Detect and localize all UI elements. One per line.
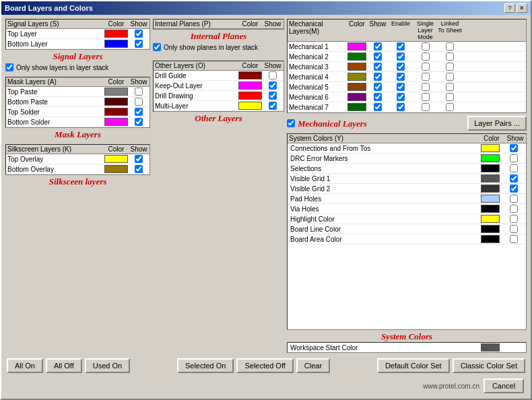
show-checkbox[interactable]: [374, 93, 382, 101]
show-checkbox[interactable]: [135, 30, 143, 38]
linked-checkbox[interactable]: [446, 53, 454, 61]
color-swatch[interactable]: [104, 40, 128, 48]
sys-show-header: Show: [506, 135, 525, 142]
linked-checkbox[interactable]: [446, 63, 454, 71]
color-swatch[interactable]: [481, 174, 500, 182]
color-swatch[interactable]: [481, 235, 500, 243]
signal-layers-table: Signal Layers (S) Color Show Top Layer B…: [5, 19, 150, 50]
show-checkbox[interactable]: [135, 98, 143, 106]
color-swatch[interactable]: [104, 165, 128, 173]
color-swatch[interactable]: [104, 118, 128, 126]
color-swatch[interactable]: [481, 195, 500, 203]
show-checkbox[interactable]: [510, 154, 518, 162]
enable-checkbox[interactable]: [397, 103, 405, 111]
enable-checkbox[interactable]: [397, 83, 405, 91]
color-swatch[interactable]: [238, 92, 262, 100]
used-on-button[interactable]: Used On: [85, 358, 130, 373]
show-checkbox[interactable]: [135, 88, 143, 96]
color-swatch[interactable]: [481, 154, 500, 162]
show-checkbox[interactable]: [269, 81, 277, 90]
enable-checkbox[interactable]: [397, 93, 405, 101]
show-checkbox[interactable]: [135, 155, 143, 163]
mech-show-checkbox[interactable]: [287, 119, 295, 127]
all-off-button[interactable]: All Off: [46, 358, 82, 373]
linked-checkbox[interactable]: [446, 83, 454, 91]
single-checkbox[interactable]: [422, 103, 430, 111]
show-checkbox[interactable]: [510, 174, 518, 182]
clear-button[interactable]: Clear: [296, 358, 330, 373]
show-checkbox[interactable]: [510, 144, 518, 152]
show-checkbox[interactable]: [269, 71, 277, 79]
color-swatch[interactable]: [347, 83, 366, 91]
color-swatch[interactable]: [238, 71, 262, 79]
show-checkbox[interactable]: [269, 92, 277, 100]
selected-on-button[interactable]: Selected On: [177, 358, 234, 373]
single-checkbox[interactable]: [422, 42, 430, 51]
show-checkbox[interactable]: [374, 83, 382, 91]
show-checkbox[interactable]: [135, 165, 143, 173]
color-swatch[interactable]: [347, 42, 366, 51]
enable-checkbox[interactable]: [397, 42, 405, 51]
color-swatch[interactable]: [347, 93, 366, 101]
only-show-planes-checkbox[interactable]: [153, 43, 161, 51]
show-checkbox[interactable]: [510, 205, 518, 213]
enable-checkbox[interactable]: [397, 63, 405, 71]
color-swatch[interactable]: [104, 108, 128, 116]
only-show-signal-checkbox[interactable]: [5, 63, 13, 71]
show-checkbox[interactable]: [374, 63, 382, 71]
show-checkbox[interactable]: [135, 40, 143, 48]
color-swatch[interactable]: [481, 215, 500, 223]
close-button[interactable]: ✕: [517, 3, 527, 13]
show-checkbox[interactable]: [374, 103, 382, 111]
single-checkbox[interactable]: [422, 63, 430, 71]
color-swatch[interactable]: [104, 98, 128, 106]
show-checkbox[interactable]: [510, 195, 518, 203]
single-checkbox[interactable]: [422, 73, 430, 81]
help-button[interactable]: ?: [504, 3, 515, 13]
color-swatch[interactable]: [347, 53, 366, 61]
linked-checkbox[interactable]: [446, 42, 454, 51]
show-checkbox[interactable]: [510, 235, 518, 243]
enable-checkbox[interactable]: [397, 73, 405, 81]
signal-layers-section: Signal Layers (S) Color Show Top Layer B…: [5, 19, 150, 73]
color-swatch[interactable]: [481, 164, 500, 172]
color-swatch[interactable]: [104, 155, 128, 163]
color-swatch[interactable]: [238, 81, 262, 90]
all-on-button[interactable]: All On: [7, 358, 43, 373]
color-swatch[interactable]: [347, 63, 366, 71]
single-checkbox[interactable]: [422, 93, 430, 101]
cancel-button[interactable]: Cancel: [484, 378, 524, 393]
color-swatch[interactable]: [481, 225, 500, 233]
default-color-set-button[interactable]: Default Color Set: [377, 358, 450, 373]
color-swatch[interactable]: [104, 88, 128, 96]
show-checkbox[interactable]: [510, 164, 518, 172]
show-checkbox[interactable]: [510, 185, 518, 193]
show-checkbox[interactable]: [135, 118, 143, 126]
linked-checkbox[interactable]: [446, 93, 454, 101]
color-swatch[interactable]: [481, 343, 500, 352]
color-swatch[interactable]: [104, 30, 128, 38]
show-checkbox[interactable]: [510, 215, 518, 223]
color-swatch[interactable]: [481, 144, 500, 152]
single-checkbox[interactable]: [422, 53, 430, 61]
show-checkbox[interactable]: [374, 73, 382, 81]
enable-checkbox[interactable]: [397, 53, 405, 61]
color-swatch[interactable]: [481, 205, 500, 213]
show-checkbox[interactable]: [374, 42, 382, 51]
color-swatch[interactable]: [347, 73, 366, 81]
color-swatch[interactable]: [481, 185, 500, 193]
color-swatch[interactable]: [238, 102, 262, 110]
show-checkbox[interactable]: [269, 102, 277, 110]
single-checkbox[interactable]: [422, 83, 430, 91]
color-swatch[interactable]: [347, 103, 366, 111]
layer-name: Bottom Paste: [7, 98, 103, 106]
linked-checkbox[interactable]: [446, 103, 454, 111]
selected-off-button[interactable]: Selected Off: [236, 358, 293, 373]
show-checkbox[interactable]: [135, 108, 143, 116]
silkscreen-layers-table: Silkscreen Layers (K) Color Show Top Ove…: [5, 144, 150, 175]
classic-color-set-button[interactable]: Classic Color Set: [453, 358, 525, 373]
layer-pairs-button[interactable]: Layer Pairs ...: [467, 116, 527, 131]
show-checkbox[interactable]: [374, 53, 382, 61]
show-checkbox[interactable]: [510, 225, 518, 233]
linked-checkbox[interactable]: [446, 73, 454, 81]
